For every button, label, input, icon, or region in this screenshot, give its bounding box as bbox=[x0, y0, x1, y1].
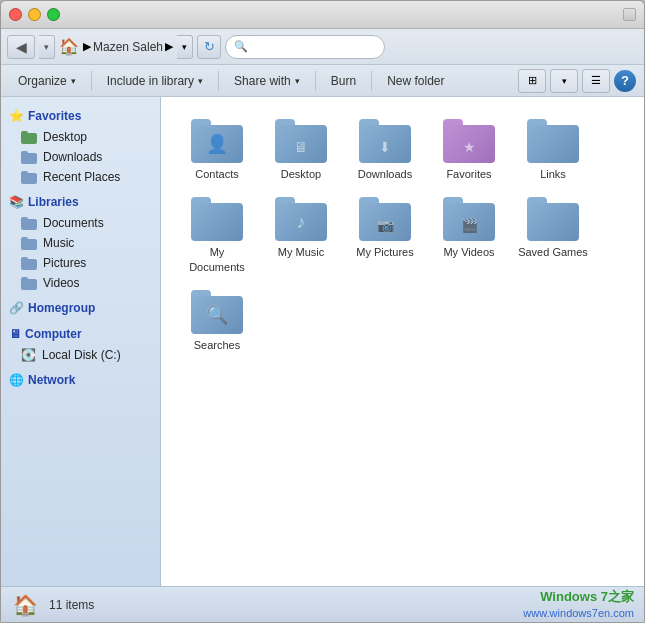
new-folder-button[interactable]: New folder bbox=[378, 69, 453, 93]
include-label: Include in library bbox=[107, 74, 194, 88]
sidebar-item-pictures[interactable]: Pictures bbox=[1, 253, 160, 273]
file-item-my-videos[interactable]: 🎬 My Videos bbox=[429, 191, 509, 280]
file-item-my-pictures[interactable]: 📷 My Pictures bbox=[345, 191, 425, 280]
file-item-favorites[interactable]: ★ Favorites bbox=[429, 113, 509, 187]
network-icon: 🌐 bbox=[9, 373, 24, 387]
status-bar: 🏠 11 items Windows 7之家 www.windows7en.co… bbox=[1, 586, 644, 622]
sidebar-section-homegroup: 🔗 Homegroup bbox=[1, 297, 160, 319]
computer-label: Computer bbox=[25, 327, 82, 341]
details-pane-button[interactable]: ☰ bbox=[582, 69, 610, 93]
file-item-my-music[interactable]: ♪ My Music bbox=[261, 191, 341, 280]
sidebar-item-videos[interactable]: Videos bbox=[1, 273, 160, 293]
music-folder-icon bbox=[21, 237, 37, 250]
computer-icon: 🖥 bbox=[9, 327, 21, 341]
desktop-folder-icon bbox=[21, 131, 37, 144]
include-arrow: ▾ bbox=[198, 76, 203, 86]
downloads-label: Downloads bbox=[43, 150, 102, 164]
contacts-folder-icon: 👤 bbox=[191, 119, 243, 163]
file-item-downloads[interactable]: ⬇ Downloads bbox=[345, 113, 425, 187]
search-box[interactable]: 🔍 bbox=[225, 35, 385, 59]
watermark-line1: Windows 7之家 bbox=[523, 588, 634, 606]
sidebar-header-libraries[interactable]: 📚 Libraries bbox=[1, 191, 160, 213]
favorites-label-lg: Favorites bbox=[446, 167, 491, 181]
sidebar-item-downloads[interactable]: Downloads bbox=[1, 147, 160, 167]
burn-label: Burn bbox=[331, 74, 356, 88]
my-pictures-inner-icon: 📷 bbox=[377, 217, 394, 233]
links-label-lg: Links bbox=[540, 167, 566, 181]
new-folder-label: New folder bbox=[387, 74, 444, 88]
sidebar-header-favorites[interactable]: ⭐ Favorites bbox=[1, 105, 160, 127]
file-item-contacts[interactable]: 👤 Contacts bbox=[177, 113, 257, 187]
title-bar bbox=[1, 1, 644, 29]
my-videos-folder-icon-lg: 🎬 bbox=[443, 197, 495, 241]
refresh-button[interactable]: ↻ bbox=[197, 35, 221, 59]
main-file-area: 👤 Contacts 🖥 Desktop ⬇ Downloads bbox=[161, 97, 644, 586]
window-controls bbox=[9, 8, 60, 21]
back-dropdown[interactable]: ▾ bbox=[39, 35, 55, 59]
pictures-label: Pictures bbox=[43, 256, 86, 270]
close-button[interactable] bbox=[9, 8, 22, 21]
sidebar-item-documents[interactable]: Documents bbox=[1, 213, 160, 233]
pictures-folder-icon bbox=[21, 257, 37, 270]
searches-inner-icon: 🔍 bbox=[206, 304, 228, 326]
file-item-my-documents[interactable]: My Documents bbox=[177, 191, 257, 280]
view-large-icons-button[interactable]: ⊞ bbox=[518, 69, 546, 93]
toolbar-right: ⊞ ▾ ☰ ? bbox=[518, 69, 636, 93]
share-label: Share with bbox=[234, 74, 291, 88]
my-music-folder-icon-lg: ♪ bbox=[275, 197, 327, 241]
my-videos-inner-icon: 🎬 bbox=[461, 217, 478, 233]
sidebar-header-computer[interactable]: 🖥 Computer bbox=[1, 323, 160, 345]
recent-places-folder-icon bbox=[21, 171, 37, 184]
favorites-label: Favorites bbox=[28, 109, 81, 123]
organize-label: Organize bbox=[18, 74, 67, 88]
address-bar: ◀ ▾ 🏠 ▶ Mazen Saleh ▶ ▾ ↻ 🔍 bbox=[1, 29, 644, 65]
search-icon: 🔍 bbox=[234, 40, 248, 53]
sidebar-section-favorites: ⭐ Favorites Desktop Downloads Recent Pla… bbox=[1, 105, 160, 187]
organize-button[interactable]: Organize ▾ bbox=[9, 69, 85, 93]
file-item-links[interactable]: Links bbox=[513, 113, 593, 187]
back-button[interactable]: ◀ bbox=[7, 35, 35, 59]
sidebar-header-network[interactable]: 🌐 Network bbox=[1, 369, 160, 391]
my-music-inner-icon: ♪ bbox=[297, 212, 306, 233]
status-home-icon: 🏠 bbox=[11, 591, 39, 619]
favorites-inner-icon: ★ bbox=[463, 139, 476, 155]
contacts-inner-icon: 👤 bbox=[206, 133, 228, 155]
burn-button[interactable]: Burn bbox=[322, 69, 365, 93]
view-toggle-button[interactable]: ▾ bbox=[550, 69, 578, 93]
documents-label: Documents bbox=[43, 216, 104, 230]
path-text: Mazen Saleh bbox=[93, 40, 163, 54]
sidebar: ⭐ Favorites Desktop Downloads Recent Pla… bbox=[1, 97, 161, 586]
sidebar-item-local-disk[interactable]: 💽 Local Disk (C:) bbox=[1, 345, 160, 365]
saved-games-label-lg: Saved Games bbox=[518, 245, 588, 259]
window: ◀ ▾ 🏠 ▶ Mazen Saleh ▶ ▾ ↻ 🔍 Organize ▾ I… bbox=[0, 0, 645, 623]
minimize-button[interactable] bbox=[28, 8, 41, 21]
local-disk-label: Local Disk (C:) bbox=[42, 348, 121, 362]
watermark: Windows 7之家 www.windows7en.com bbox=[523, 588, 634, 622]
file-item-desktop[interactable]: 🖥 Desktop bbox=[261, 113, 341, 187]
help-button[interactable]: ? bbox=[614, 70, 636, 92]
path-end-arrow: ▶ bbox=[165, 40, 173, 53]
share-with-button[interactable]: Share with ▾ bbox=[225, 69, 309, 93]
sidebar-item-recent-places[interactable]: Recent Places bbox=[1, 167, 160, 187]
file-item-saved-games[interactable]: Saved Games bbox=[513, 191, 593, 280]
downloads-label-lg: Downloads bbox=[358, 167, 412, 181]
saved-games-folder-icon-lg bbox=[527, 197, 579, 241]
toolbar-separator-2 bbox=[218, 71, 219, 91]
local-disk-icon: 💽 bbox=[21, 348, 36, 362]
desktop-folder-icon-lg: 🖥 bbox=[275, 119, 327, 163]
file-item-searches[interactable]: 🔍 Searches bbox=[177, 284, 257, 358]
share-arrow: ▾ bbox=[295, 76, 300, 86]
maximize-button[interactable] bbox=[47, 8, 60, 21]
homegroup-icon: 🔗 bbox=[9, 301, 24, 315]
sidebar-header-homegroup[interactable]: 🔗 Homegroup bbox=[1, 297, 160, 319]
watermark-line2: www.windows7en.com bbox=[523, 606, 634, 621]
include-in-library-button[interactable]: Include in library ▾ bbox=[98, 69, 212, 93]
sidebar-item-music[interactable]: Music bbox=[1, 233, 160, 253]
sidebar-item-desktop[interactable]: Desktop bbox=[1, 127, 160, 147]
desktop-label: Desktop bbox=[43, 130, 87, 144]
toolbar-separator-4 bbox=[371, 71, 372, 91]
address-dropdown[interactable]: ▾ bbox=[177, 35, 193, 59]
my-pictures-label-lg: My Pictures bbox=[356, 245, 413, 259]
sidebar-section-network: 🌐 Network bbox=[1, 369, 160, 391]
network-label: Network bbox=[28, 373, 75, 387]
